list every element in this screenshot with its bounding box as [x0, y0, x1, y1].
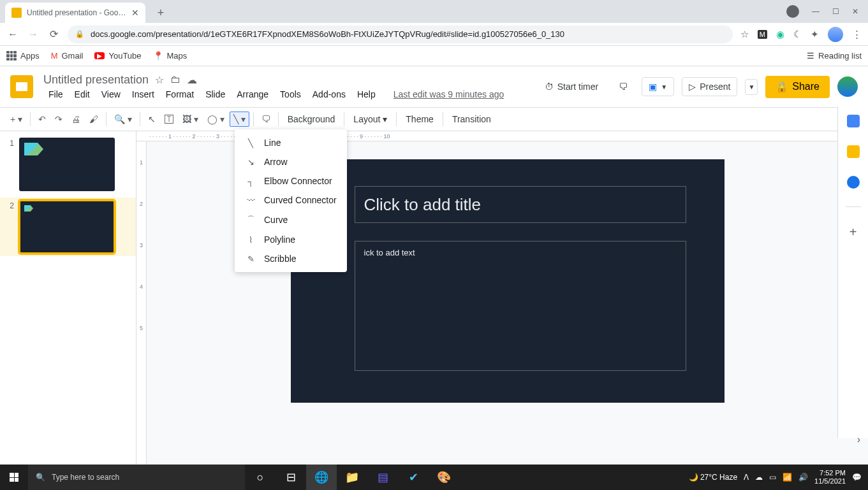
- zoom-button[interactable]: 🔍 ▾: [110, 112, 136, 127]
- reading-list[interactable]: ☰Reading list: [807, 51, 862, 61]
- menu-insert[interactable]: Insert: [127, 88, 159, 101]
- line-option-arrow[interactable]: ↘Arrow: [235, 152, 347, 171]
- weather-widget[interactable]: 🌙 27°C Haze: [689, 473, 738, 482]
- chrome-app-icon[interactable]: 🌐: [306, 465, 337, 490]
- shape-tool[interactable]: ◯ ▾: [203, 112, 228, 127]
- onedrive-icon[interactable]: ☁: [755, 473, 763, 482]
- present-dropdown[interactable]: ▼: [745, 79, 758, 95]
- image-tool[interactable]: 🖼 ▾: [179, 112, 202, 127]
- line-option-polyline[interactable]: ⌇Polyline: [235, 230, 347, 249]
- present-button[interactable]: ▷Present: [682, 77, 737, 96]
- undo-button[interactable]: ↶: [34, 112, 50, 127]
- slides-logo-icon[interactable]: [10, 75, 33, 98]
- start-timer-button[interactable]: ⏱Start timer: [538, 78, 605, 96]
- move-document-icon[interactable]: 🗀: [170, 74, 180, 86]
- line-option-curved[interactable]: 〰Curved Connector: [235, 191, 347, 210]
- extensions-icon[interactable]: ✦: [811, 29, 819, 40]
- new-slide-button[interactable]: + ▾: [6, 112, 26, 127]
- line-option-curve[interactable]: ⌒Curve: [235, 210, 347, 230]
- tasks-icon[interactable]: [847, 176, 860, 189]
- document-title[interactable]: Untitled presentation: [43, 73, 149, 87]
- profile-avatar-icon[interactable]: [828, 27, 843, 42]
- close-window-icon[interactable]: ✕: [852, 7, 858, 16]
- app-icon[interactable]: ▤: [367, 465, 398, 490]
- browser-tab[interactable]: Untitled presentation - Google S ✕: [5, 3, 145, 23]
- slide-body-placeholder[interactable]: ick to add text: [355, 241, 686, 371]
- tray-chevron-icon[interactable]: ᐱ: [744, 473, 749, 482]
- comment-tool[interactable]: 🗨: [258, 112, 274, 127]
- new-tab-button[interactable]: +: [152, 4, 170, 22]
- reload-button[interactable]: ⟳: [47, 28, 60, 40]
- transition-button[interactable]: Transition: [447, 112, 496, 127]
- slideshow-dropdown[interactable]: ▣▼: [642, 77, 674, 96]
- layout-button[interactable]: Layout ▾: [348, 112, 392, 127]
- add-addon-icon[interactable]: +: [850, 225, 857, 240]
- battery-icon[interactable]: ▭: [769, 473, 776, 482]
- cloud-status-icon[interactable]: ☁: [187, 74, 197, 86]
- forward-button[interactable]: →: [27, 29, 40, 40]
- ext-grammarly-icon[interactable]: ◉: [776, 29, 784, 40]
- line-option-scribble[interactable]: ✎Scribble: [235, 249, 347, 268]
- explorer-app-icon[interactable]: 📁: [337, 465, 367, 490]
- start-button[interactable]: [0, 465, 28, 490]
- maximize-icon[interactable]: ☐: [832, 7, 839, 16]
- menu-help[interactable]: Help: [352, 88, 381, 101]
- comment-icon: 🗨: [619, 82, 628, 92]
- thumbnail-2[interactable]: 2: [0, 198, 136, 256]
- notifications-icon[interactable]: 💬: [852, 473, 862, 482]
- current-slide[interactable]: Click to add title ick to add text: [291, 159, 725, 403]
- taskbar-search[interactable]: 🔍Type here to search: [28, 465, 245, 490]
- background-button[interactable]: Background: [283, 112, 341, 127]
- bookmark-gmail[interactable]: MGmail: [51, 51, 84, 61]
- star-document-icon[interactable]: ☆: [155, 74, 164, 86]
- menu-slide[interactable]: Slide: [200, 88, 230, 101]
- redo-button[interactable]: ↷: [51, 112, 66, 127]
- star-icon[interactable]: ☆: [740, 29, 749, 40]
- keep-icon[interactable]: [847, 145, 860, 158]
- menu-view[interactable]: View: [96, 88, 126, 101]
- lock-icon: 🔒: [75, 30, 84, 38]
- line-option-elbow[interactable]: ┐Elbow Connector: [235, 171, 347, 191]
- menu-addons[interactable]: Add-ons: [307, 88, 351, 101]
- line-option-line[interactable]: ╲Line: [235, 133, 347, 152]
- comments-button[interactable]: 🗨: [612, 78, 634, 96]
- thumbnail-1[interactable]: 1: [5, 138, 131, 191]
- calendar-icon[interactable]: [847, 115, 860, 127]
- theme-button[interactable]: Theme: [401, 112, 439, 127]
- menu-edit[interactable]: Edit: [70, 88, 95, 101]
- select-tool[interactable]: ↖: [144, 112, 159, 127]
- minimize-icon[interactable]: —: [812, 7, 820, 16]
- menu-format[interactable]: Format: [161, 88, 199, 101]
- slide-thumb[interactable]: [19, 200, 115, 254]
- bookmark-maps[interactable]: 📍Maps: [153, 51, 188, 61]
- paint-app-icon[interactable]: 🎨: [429, 465, 459, 490]
- paint-format-button[interactable]: 🖌: [85, 112, 102, 127]
- profile-badge-icon[interactable]: [786, 5, 799, 18]
- slide-thumb[interactable]: [19, 138, 115, 191]
- ext-m-icon[interactable]: M: [758, 30, 767, 39]
- cortana-icon[interactable]: ○: [245, 465, 276, 490]
- hide-sidepanel-icon[interactable]: ›: [857, 434, 860, 445]
- clock[interactable]: 7:52 PM 11/5/2021: [814, 469, 846, 486]
- textbox-tool[interactable]: 🅃: [161, 112, 177, 127]
- menu-arrange[interactable]: Arrange: [232, 88, 274, 101]
- line-tool[interactable]: ╲ ▾: [230, 112, 249, 127]
- wifi-icon[interactable]: 📶: [783, 473, 792, 482]
- volume-icon[interactable]: 🔊: [798, 473, 808, 482]
- last-edit-link[interactable]: Last edit was 9 minutes ago: [388, 88, 510, 101]
- slide-title-placeholder[interactable]: Click to add title: [355, 186, 686, 223]
- print-button[interactable]: 🖨: [68, 112, 84, 127]
- task-view-icon[interactable]: ⊟: [276, 465, 306, 490]
- app-icon[interactable]: ✔: [398, 465, 429, 490]
- back-button[interactable]: ←: [6, 29, 19, 40]
- menu-file[interactable]: File: [43, 88, 68, 101]
- bookmark-youtube[interactable]: ▶YouTube: [94, 51, 141, 61]
- close-tab-icon[interactable]: ✕: [131, 8, 139, 18]
- share-button[interactable]: 🔒Share: [765, 76, 830, 98]
- ext-c-icon[interactable]: ☾: [793, 29, 802, 40]
- browser-menu-icon[interactable]: ⋮: [852, 29, 862, 40]
- menu-tools[interactable]: Tools: [275, 88, 306, 101]
- account-avatar[interactable]: [837, 76, 858, 97]
- bookmarks-apps[interactable]: Apps: [6, 51, 40, 61]
- url-input[interactable]: 🔒 docs.google.com/presentation/d/1eGTXE6…: [68, 25, 733, 43]
